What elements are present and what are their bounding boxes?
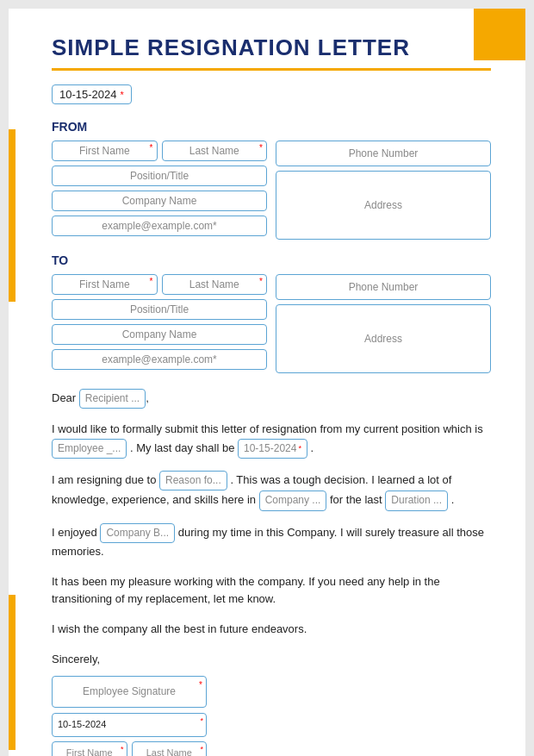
employee-signature-field[interactable]: Employee Signature * — [52, 676, 207, 708]
sig-name-row: First Name * Last Name * — [52, 741, 207, 757]
from-last-required: * — [259, 143, 263, 153]
date-value: 10-15-2024 — [59, 88, 117, 101]
company-field[interactable]: Company ... — [259, 490, 327, 510]
from-address-field[interactable]: Address — [276, 171, 491, 240]
recipient-field[interactable]: Recipient ... — [79, 389, 146, 409]
to-email-field[interactable]: example@example.com * — [52, 349, 267, 370]
date-required-mark: * — [121, 90, 124, 100]
from-label: FROM — [52, 120, 491, 134]
from-left: First Name * Last Name * Position/Title … — [52, 141, 267, 240]
to-left: First Name * Last Name * Position/Title … — [52, 274, 267, 373]
sig-date-required: * — [200, 715, 203, 727]
from-first-required: * — [150, 143, 153, 153]
sig-required-mark: * — [199, 678, 202, 692]
to-last-name-field[interactable]: Last Name * — [162, 274, 268, 295]
to-position-field[interactable]: Position/Title — [52, 299, 267, 320]
to-phone-field[interactable]: Phone Number — [276, 274, 491, 300]
page-title: SIMPLE RESIGNATION LETTER — [52, 34, 491, 61]
to-email-required: * — [213, 353, 217, 366]
sig-first-required: * — [121, 743, 124, 755]
dear-paragraph: Dear Recipient ... , — [52, 389, 491, 409]
paragraph-2: I am resigning due to Reason fo... . Thi… — [52, 471, 491, 510]
from-company-field[interactable]: Company Name — [52, 191, 267, 211]
page: SIMPLE RESIGNATION LETTER 10-15-2024 * F… — [9, 9, 525, 756]
paragraph-4: It has been my pleasure working with the… — [52, 573, 491, 609]
sig-last-required: * — [200, 743, 203, 755]
from-section: First Name * Last Name * Position/Title … — [52, 141, 491, 240]
from-name-row: First Name * Last Name * — [52, 141, 267, 161]
to-label: TO — [52, 253, 491, 267]
from-first-name-field[interactable]: First Name * — [52, 141, 158, 161]
company-b-field[interactable]: Company B... — [100, 523, 175, 543]
dear-label: Dear — [52, 391, 76, 404]
from-phone-field[interactable]: Phone Number — [276, 141, 491, 166]
left-accent-bar — [9, 129, 16, 302]
sig-first-name-field[interactable]: First Name * — [52, 741, 127, 757]
paragraph-5: I wish the company all the best in futur… — [52, 621, 491, 639]
to-address-field[interactable]: Address — [276, 304, 491, 373]
last-day-field[interactable]: 10-15-2024 * — [238, 439, 307, 459]
signature-section: Sincerely, Employee Signature * 10-15-20… — [52, 651, 491, 756]
paragraph-1: I would like to formally submit this let… — [52, 421, 491, 459]
to-last-required: * — [259, 277, 263, 286]
letter-body: Dear Recipient ... , I would like to for… — [52, 389, 491, 756]
from-position-field[interactable]: Position/Title — [52, 166, 267, 186]
sig-last-name-field[interactable]: Last Name * — [132, 741, 208, 757]
reason-field[interactable]: Reason fo... — [159, 471, 227, 490]
to-right: Phone Number Address — [276, 274, 491, 373]
paragraph-3: I enjoyed Company B... during my time in… — [52, 523, 491, 561]
employee-field[interactable]: Employee _... — [52, 439, 127, 459]
to-company-field[interactable]: Company Name — [52, 324, 267, 345]
from-email-field[interactable]: example@example.com * — [52, 216, 267, 236]
title-underline — [52, 68, 491, 71]
bottom-accent-bar — [9, 595, 16, 750]
to-first-required: * — [150, 277, 153, 286]
top-right-accent — [474, 9, 525, 60]
to-first-name-field[interactable]: First Name * — [52, 274, 158, 295]
to-name-row: First Name * Last Name * — [52, 274, 267, 295]
signature-date-field[interactable]: 10-15-2024 * — [52, 713, 207, 737]
last-day-required: * — [298, 442, 301, 454]
duration-field[interactable]: Duration ... — [385, 490, 448, 510]
date-field[interactable]: 10-15-2024 * — [52, 84, 132, 104]
to-section: First Name * Last Name * Position/Title … — [52, 274, 491, 373]
from-right: Phone Number Address — [276, 141, 491, 240]
sincerely-label: Sincerely, — [52, 651, 491, 669]
from-last-name-field[interactable]: Last Name * — [162, 141, 268, 161]
from-email-required: * — [213, 220, 217, 232]
